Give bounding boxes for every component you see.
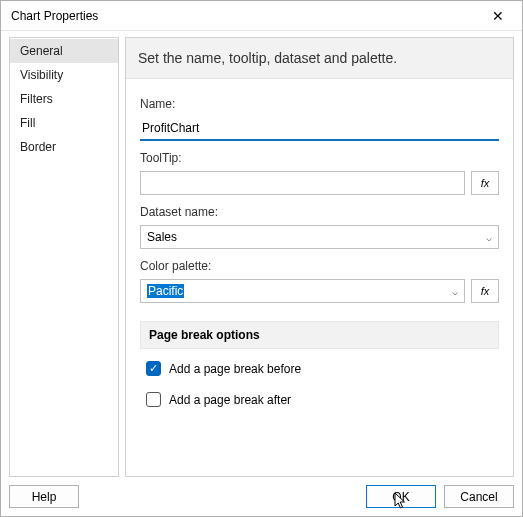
checkbox-row-before[interactable]: ✓ Add a page break before (140, 357, 499, 380)
name-label: Name: (140, 97, 499, 111)
checkbox-after-label: Add a page break after (169, 393, 291, 407)
palette-label: Color palette: (140, 259, 499, 273)
panel-instruction: Set the name, tooltip, dataset and palet… (126, 38, 513, 79)
tooltip-input[interactable] (140, 171, 465, 195)
close-icon[interactable]: ✕ (482, 1, 514, 30)
sidebar-item-border[interactable]: Border (10, 135, 118, 159)
form: Name: ToolTip: fx Dataset name: Sales ⌵ … (126, 79, 513, 421)
chevron-down-icon: ⌵ (452, 286, 458, 297)
ok-button[interactable]: OK (366, 485, 436, 508)
window-title: Chart Properties (11, 9, 98, 23)
help-button[interactable]: Help (9, 485, 79, 508)
checkbox-after[interactable] (146, 392, 161, 407)
sidebar: General Visibility Filters Fill Border (9, 37, 119, 477)
checkbox-before-label: Add a page break before (169, 362, 301, 376)
footer: Help OK Cancel (1, 477, 522, 516)
dataset-value: Sales (147, 230, 177, 244)
checkbox-before[interactable]: ✓ (146, 361, 161, 376)
page-break-header: Page break options (140, 321, 499, 349)
dataset-select[interactable]: Sales ⌵ (140, 225, 499, 249)
palette-select[interactable]: Pacific ⌵ (140, 279, 465, 303)
sidebar-item-general[interactable]: General (10, 39, 118, 63)
sidebar-item-visibility[interactable]: Visibility (10, 63, 118, 87)
palette-fx-button[interactable]: fx (471, 279, 499, 303)
palette-value: Pacific (147, 284, 184, 298)
checkbox-row-after[interactable]: Add a page break after (140, 388, 499, 411)
sidebar-item-filters[interactable]: Filters (10, 87, 118, 111)
content: General Visibility Filters Fill Border S… (1, 31, 522, 477)
tooltip-fx-button[interactable]: fx (471, 171, 499, 195)
sidebar-item-fill[interactable]: Fill (10, 111, 118, 135)
dataset-label: Dataset name: (140, 205, 499, 219)
tooltip-label: ToolTip: (140, 151, 499, 165)
name-input[interactable] (140, 117, 499, 141)
main-panel: Set the name, tooltip, dataset and palet… (125, 37, 514, 477)
cancel-button[interactable]: Cancel (444, 485, 514, 508)
chevron-down-icon: ⌵ (486, 232, 492, 243)
titlebar: Chart Properties ✕ (1, 1, 522, 31)
